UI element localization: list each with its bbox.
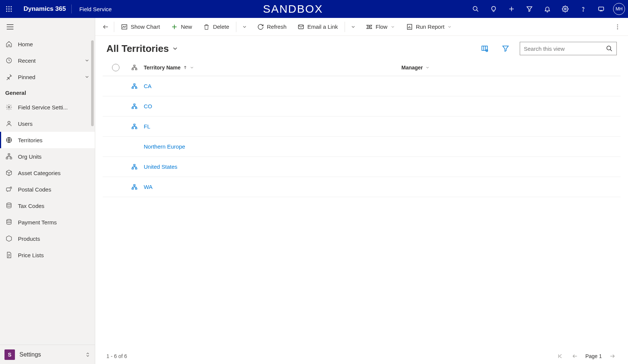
email-link-button[interactable]: Email a Link [292, 19, 343, 35]
nav-postal-codes[interactable]: Postal Codes [0, 181, 95, 197]
territory-link[interactable]: CO [144, 103, 401, 109]
overflow-button[interactable] [611, 19, 624, 35]
nav-pinned[interactable]: Pinned [0, 69, 95, 85]
table-row[interactable]: FL [103, 116, 621, 137]
run-report-button[interactable]: Run Report [401, 19, 457, 35]
edit-columns-button[interactable] [478, 42, 491, 55]
notifications-button[interactable] [538, 0, 556, 18]
nav-asset-categories[interactable]: Asset Categories [0, 165, 95, 181]
page-label: Page 1 [585, 353, 602, 359]
svg-line-49 [610, 49, 612, 51]
area-switcher[interactable]: S Settings [0, 345, 95, 364]
nav-territories[interactable]: Territories [0, 132, 95, 148]
assistant-button[interactable] [592, 0, 610, 18]
svg-point-42 [617, 26, 618, 27]
search-input[interactable] [524, 46, 603, 52]
row-hierarchy-button[interactable] [125, 184, 144, 190]
show-chart-button[interactable]: Show Chart [116, 19, 165, 35]
nav-products[interactable]: Products [0, 230, 95, 247]
svg-point-21 [8, 121, 10, 124]
email-dropdown-button[interactable] [346, 19, 360, 35]
select-all[interactable] [106, 64, 125, 71]
record-count: 1 - 6 of 6 [106, 353, 127, 359]
territory-link[interactable]: Northern Europe [144, 143, 401, 150]
svg-point-4 [8, 8, 9, 9]
nav-pinned-label: Pinned [18, 74, 79, 80]
ideas-button[interactable] [485, 0, 503, 18]
svg-rect-65 [136, 168, 137, 169]
hierarchy-icon [131, 103, 137, 109]
chevron-down-icon [84, 58, 90, 63]
refresh-button[interactable]: Refresh [252, 19, 292, 35]
delete-dropdown-button[interactable] [238, 19, 251, 35]
column-header-territory-name[interactable]: Territory Name [144, 65, 401, 71]
cmd-label: Run Report [416, 24, 445, 30]
database-icon [5, 202, 13, 209]
environment-label: SANDBOX [119, 3, 467, 15]
nav-item-label: Territories [18, 137, 90, 143]
app-launcher-button[interactable] [0, 0, 18, 18]
column-header-manager[interactable]: Manager [401, 65, 621, 71]
brand-label[interactable]: Dynamics 365 [18, 5, 71, 13]
chevron-down-icon [391, 25, 395, 29]
back-button[interactable] [99, 19, 112, 35]
settings-button[interactable] [556, 0, 574, 18]
sidebar-scrollbar[interactable] [91, 40, 94, 126]
row-hierarchy-button[interactable] [125, 83, 144, 89]
new-button[interactable]: New [166, 19, 197, 35]
nav-price-lists[interactable]: Price Lists [0, 247, 95, 263]
help-button[interactable] [574, 0, 592, 18]
hierarchy-column-header[interactable] [125, 65, 144, 71]
nav-section-general: General [0, 85, 95, 99]
svg-rect-15 [599, 7, 604, 10]
add-button[interactable] [503, 0, 520, 18]
next-page-button[interactable] [608, 352, 617, 361]
subapp-label[interactable]: Field Service [72, 6, 119, 12]
filter-view-button[interactable] [499, 42, 512, 55]
search-button[interactable] [467, 0, 485, 18]
filter-button[interactable] [520, 0, 538, 18]
nav-item-label: Payment Terms [18, 219, 90, 225]
table-row[interactable]: CA [103, 76, 621, 96]
svg-point-2 [10, 6, 12, 7]
row-hierarchy-button[interactable] [125, 164, 144, 170]
svg-rect-50 [134, 65, 135, 66]
view-selector[interactable]: All Territories [106, 43, 178, 55]
sidebar-collapse-button[interactable] [0, 18, 95, 36]
view-title-text: All Territories [106, 43, 169, 55]
territory-link[interactable]: WA [144, 184, 401, 190]
grid-header-row: Territory Name Manager [103, 59, 621, 76]
table-row[interactable]: WA [103, 177, 621, 197]
flow-button[interactable]: Flow [361, 19, 400, 35]
gear-icon [5, 104, 13, 111]
nav-home[interactable]: Home [0, 36, 95, 52]
globe-icon [5, 137, 13, 143]
hierarchy-icon [131, 65, 137, 71]
nav-payment-terms[interactable]: Payment Terms [0, 214, 95, 230]
first-page-button[interactable] [556, 352, 565, 361]
table-row[interactable]: CO [103, 96, 621, 116]
search-view[interactable] [520, 42, 617, 55]
nav-field-service-settings[interactable]: Field Service Setti... [0, 99, 95, 115]
table-row[interactable]: United States [103, 157, 621, 177]
nav-item-label: Tax Codes [18, 203, 90, 209]
territory-link[interactable]: CA [144, 83, 401, 89]
row-hierarchy-button[interactable] [125, 124, 144, 130]
report-icon [406, 24, 413, 30]
nav-org-units[interactable]: Org Units [0, 148, 95, 165]
svg-rect-62 [136, 127, 137, 128]
delete-button[interactable]: Delete [198, 19, 234, 35]
row-hierarchy-button[interactable] [125, 103, 144, 109]
prev-page-button[interactable] [571, 352, 579, 361]
lightbulb-icon [490, 6, 497, 12]
nav-tax-codes[interactable]: Tax Codes [0, 197, 95, 214]
svg-point-5 [10, 8, 12, 9]
nav-recent[interactable]: Recent [0, 52, 95, 69]
table-row[interactable]: Northern Europe [103, 137, 621, 157]
territory-link[interactable]: FL [144, 123, 401, 130]
user-avatar[interactable]: MH [613, 3, 625, 15]
document-icon [5, 252, 13, 258]
nav-users[interactable]: Users [0, 115, 95, 132]
svg-point-9 [473, 6, 477, 10]
territory-link[interactable]: United States [144, 164, 401, 170]
